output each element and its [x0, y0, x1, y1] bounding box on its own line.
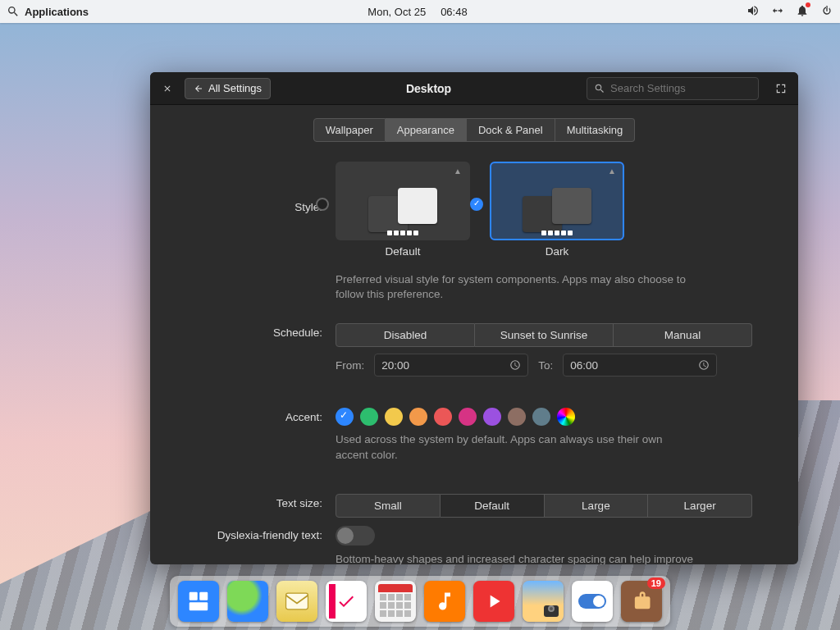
to-value: 06:00 — [570, 359, 598, 372]
panel-time: 06:48 — [441, 6, 468, 18]
to-time[interactable]: 06:00 — [563, 354, 717, 377]
svg-rect-2 — [189, 602, 208, 610]
svg-rect-1 — [199, 592, 208, 600]
style-dark-label: Dark — [490, 245, 624, 258]
to-label: To: — [538, 359, 553, 372]
maximize-icon — [775, 83, 787, 94]
back-arrow-icon — [194, 84, 203, 94]
textsize-default[interactable]: Default — [441, 494, 545, 518]
dock — [170, 576, 670, 627]
style-desc: Preferred visual style for system compon… — [336, 272, 696, 302]
accent-swatch[interactable] — [360, 408, 378, 426]
search-field[interactable] — [587, 77, 759, 100]
radio-dark[interactable] — [470, 198, 483, 211]
accent-swatch-custom[interactable] — [557, 408, 575, 426]
close-icon — [162, 84, 172, 94]
all-settings-button[interactable]: All Settings — [185, 78, 271, 99]
from-value: 20:00 — [381, 359, 409, 372]
textsize-seg: Small Default Large Larger — [336, 494, 752, 518]
panel-date: Mon, Oct 25 — [368, 6, 426, 18]
panel-clock[interactable]: Mon, Oct 25 06:48 — [368, 6, 467, 18]
search-input[interactable] — [610, 82, 751, 94]
style-default-label: Default — [336, 245, 470, 258]
dock-tasks[interactable] — [326, 581, 367, 622]
accent-desc: Used across the system by default. Apps … — [336, 432, 696, 462]
dock-settings[interactable] — [572, 581, 613, 622]
accent-swatch[interactable] — [508, 408, 526, 426]
from-label: From: — [336, 359, 364, 372]
accent-swatch[interactable] — [336, 408, 354, 426]
dyslexia-toggle[interactable] — [336, 526, 375, 546]
applications-label: Applications — [25, 6, 89, 18]
textsize-large[interactable]: Large — [545, 494, 649, 518]
from-time[interactable]: 20:00 — [374, 354, 528, 377]
style-label: Style: — [196, 162, 336, 213]
accent-swatch[interactable] — [532, 408, 550, 426]
accent-swatch[interactable] — [459, 408, 477, 426]
top-panel: Applications Mon, Oct 25 06:48 — [0, 0, 840, 23]
accent-label: Accent: — [196, 408, 336, 423]
dock-appcenter[interactable] — [621, 581, 662, 622]
tab-appearance[interactable]: Appearance — [386, 118, 467, 142]
accent-swatch[interactable] — [434, 408, 452, 426]
dock-calendar[interactable] — [375, 581, 416, 622]
volume-icon[interactable] — [746, 4, 760, 20]
textsize-small[interactable]: Small — [336, 494, 441, 518]
titlebar: All Settings Desktop — [150, 72, 798, 105]
style-default[interactable]: ▲ Default — [336, 162, 470, 258]
chevron-up-icon: ▲ — [454, 167, 462, 176]
dock-videos[interactable] — [473, 581, 514, 622]
accent-swatch[interactable] — [483, 408, 501, 426]
accent-swatches — [336, 408, 752, 426]
content: Wallpaper Appearance Dock & Panel Multit… — [150, 105, 798, 564]
style-dark[interactable]: ▲ Dark — [490, 162, 624, 258]
window-title: Desktop — [406, 82, 451, 95]
network-icon[interactable] — [771, 4, 784, 20]
clock-icon — [698, 359, 710, 371]
tab-strip: Wallpaper Appearance Dock & Panel Multit… — [196, 118, 752, 142]
back-label: All Settings — [208, 82, 262, 94]
dock-multitasking[interactable] — [178, 581, 219, 622]
applications-menu[interactable]: Applications — [7, 5, 89, 18]
schedule-disabled[interactable]: Disabled — [336, 323, 475, 347]
schedule-sunset[interactable]: Sunset to Sunrise — [475, 323, 614, 347]
close-button[interactable] — [157, 78, 178, 99]
power-icon[interactable] — [820, 4, 833, 20]
accent-swatch[interactable] — [409, 408, 427, 426]
dock-music[interactable] — [424, 581, 465, 622]
accent-swatch[interactable] — [385, 408, 403, 426]
radio-default[interactable] — [316, 198, 329, 211]
notifications-icon[interactable] — [796, 4, 809, 20]
search-icon — [594, 83, 605, 94]
settings-window: All Settings Desktop Wallpaper Appearanc… — [150, 72, 798, 564]
dock-mail[interactable] — [276, 581, 317, 622]
dock-web-browser[interactable] — [227, 581, 268, 622]
svg-rect-0 — [189, 592, 198, 600]
svg-rect-3 — [286, 593, 308, 609]
dyslexia-label: Dyslexia-friendly text: — [196, 526, 336, 541]
schedule-label: Schedule: — [196, 323, 336, 339]
textsize-label: Text size: — [196, 494, 336, 509]
dyslexia-desc: Bottom-heavy shapes and increased charac… — [336, 552, 696, 564]
search-icon — [7, 5, 20, 18]
schedule-seg: Disabled Sunset to Sunrise Manual — [336, 323, 752, 347]
maximize-button[interactable] — [770, 78, 792, 99]
textsize-larger[interactable]: Larger — [648, 494, 752, 518]
tab-dock-panel[interactable]: Dock & Panel — [467, 118, 555, 142]
schedule-manual[interactable]: Manual — [614, 323, 752, 347]
tab-multitasking[interactable]: Multitasking — [555, 118, 636, 142]
tab-wallpaper[interactable]: Wallpaper — [313, 118, 386, 142]
dock-photos[interactable] — [523, 581, 564, 622]
chevron-up-icon: ▲ — [608, 167, 616, 176]
clock-icon — [509, 359, 521, 371]
